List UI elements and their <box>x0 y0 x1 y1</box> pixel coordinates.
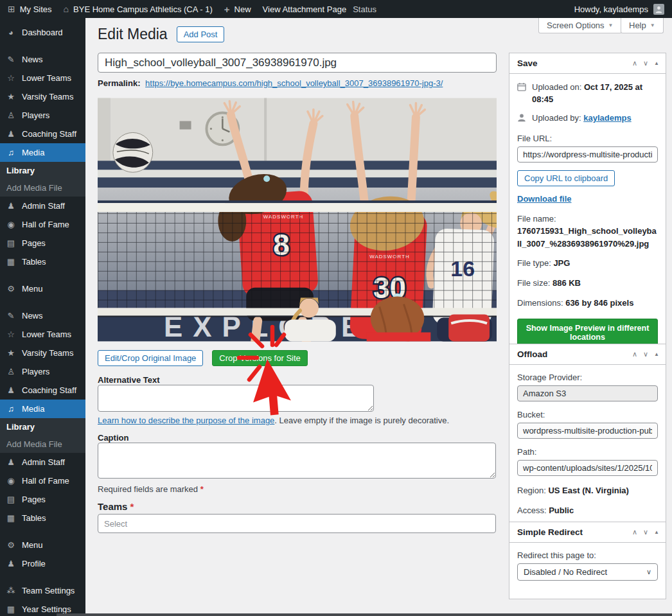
sidebar-item-menu-2[interactable]: ⚙ Menu <box>0 536 85 554</box>
simple-redirect-metabox-header[interactable]: Simple Redirect ∧ ∨ ▲ <box>509 522 666 543</box>
sidebar-item-profile[interactable]: ♟ Profile <box>0 554 85 573</box>
sidebar-item-team-settings[interactable]: ⁂ Team Settings <box>0 581 85 600</box>
copy-url-button[interactable]: Copy URL to clipboard <box>517 170 615 186</box>
sidebar-item-varsity-teams-2[interactable]: ★ Varsity Teams <box>0 344 85 362</box>
file-url-input[interactable] <box>517 146 658 163</box>
download-file-link[interactable]: Download file <box>517 194 572 204</box>
sidebar-item-news-2[interactable]: ✎ News <box>0 306 85 325</box>
move-down-icon[interactable]: ∨ <box>643 350 648 358</box>
sidebar-item-add-media-file[interactable]: Add Media File <box>0 179 85 197</box>
attachment-image-preview: EXPLORERS WADSWORTH 8 WADSWORTH 30 <box>98 98 497 342</box>
status-menu[interactable]: Status <box>353 4 376 14</box>
sidebar-item-label: News <box>22 311 43 321</box>
file-type-label: File type: <box>517 258 551 268</box>
dimensions-value: 636 by 846 pixels <box>565 298 633 308</box>
sidebar-item-label: Hall of Fame <box>22 476 69 486</box>
save-metabox-title: Save <box>517 58 632 68</box>
sidebar-item-pages[interactable]: ▤ Pages <box>0 234 85 252</box>
sidebar-item-coaching-staff-2[interactable]: ♟ Coaching Staff <box>0 381 85 400</box>
new-content-menu[interactable]: + New <box>224 4 251 14</box>
move-up-icon[interactable]: ∧ <box>632 528 637 536</box>
teams-select-input[interactable] <box>98 514 496 533</box>
sidebar-item-admin-staff[interactable]: ♟ Admin Staff <box>0 197 85 215</box>
sidebar-item-label: Varsity Teams <box>22 348 73 358</box>
crop-versions-button[interactable]: Crop Versions for Site <box>212 350 307 366</box>
sidebar-item-pages-2[interactable]: ▤ Pages <box>0 490 85 509</box>
admin-person-icon: ♟ <box>6 201 16 211</box>
move-down-icon[interactable]: ∨ <box>643 528 648 536</box>
sidebar-item-hall-of-fame-2[interactable]: ◉ Hall of Fame <box>0 471 85 490</box>
show-image-preview-button[interactable]: Show Image Preview in different location… <box>517 319 658 347</box>
sidebar-item-tables-2[interactable]: ▦ Tables <box>0 509 85 527</box>
sidebar-item-varsity-teams[interactable]: ★ Varsity Teams <box>0 87 85 106</box>
file-size-value: 886 KB <box>553 278 581 288</box>
howdy-label[interactable]: Howdy, kaylademps <box>574 4 648 14</box>
alt-help-link[interactable]: Learn how to describe the purpose of the… <box>98 416 274 425</box>
offload-metabox-header[interactable]: Offload ∧ ∨ ▲ <box>509 344 666 365</box>
sidebar-item-lower-teams-2[interactable]: ☆ Lower Teams <box>0 325 85 344</box>
sidebar-item-label: Library <box>6 422 35 432</box>
plus-icon: + <box>224 4 230 14</box>
sidebar-item-library-2[interactable]: Library <box>0 418 85 436</box>
collapse-toggle-icon[interactable]: ▲ <box>654 60 659 66</box>
path-input[interactable] <box>517 460 658 476</box>
permalink: Permalink: https://bye.homecampus.com/hi… <box>98 78 443 88</box>
collapse-toggle-icon[interactable]: ▲ <box>654 529 659 535</box>
sidebar-item-news[interactable]: ✎ News <box>0 50 85 69</box>
sidebar-item-media[interactable]: ♫ Media <box>0 143 85 162</box>
chevron-down-icon: ▼ <box>650 22 655 28</box>
add-post-button[interactable]: Add Post <box>177 26 225 42</box>
my-sites-menu[interactable]: ⊞ My Sites <box>8 4 52 14</box>
caption-input[interactable] <box>98 443 496 479</box>
sidebar-item-lower-teams[interactable]: ☆ Lower Teams <box>0 69 85 87</box>
file-name-label: File name: <box>517 214 556 224</box>
award-icon: ◉ <box>6 220 16 229</box>
sidebar-item-label: News <box>22 55 43 64</box>
home-icon: ⌂ <box>64 4 69 13</box>
page-title: Edit Media <box>98 26 168 44</box>
sidebar-item-add-media-file-2[interactable]: Add Media File <box>0 436 85 453</box>
bucket-input[interactable] <box>517 423 658 439</box>
uploaded-by-link[interactable]: kaylademps <box>583 113 631 123</box>
sidebar-item-label: Menu <box>22 540 43 550</box>
pin-icon: ✎ <box>6 311 16 321</box>
collapse-toggle-icon[interactable]: ▲ <box>654 351 659 357</box>
file-size-label: File size: <box>517 278 550 288</box>
move-up-icon[interactable]: ∧ <box>632 350 637 358</box>
sidebar-item <box>0 573 85 581</box>
pin-icon: ✎ <box>6 55 16 64</box>
move-up-icon[interactable]: ∧ <box>632 59 637 67</box>
sidebar-item-menu[interactable]: ⚙ Menu <box>0 279 85 298</box>
file-type-value: JPG <box>553 258 570 268</box>
move-down-icon[interactable]: ∨ <box>643 59 648 67</box>
my-sites-icon: ⊞ <box>8 4 15 13</box>
sidebar-item-players[interactable]: ♙ Players <box>0 106 85 125</box>
edit-crop-original-button[interactable]: Edit/Crop Original Image <box>98 350 203 366</box>
sidebar-item-media-2[interactable]: ♫ Media <box>0 400 85 418</box>
dimensions-label: Dimensions: <box>517 298 563 308</box>
alt-text-input[interactable] <box>98 385 374 412</box>
sidebar-item-library[interactable]: Library <box>0 162 85 179</box>
save-metabox-header[interactable]: Save ∧ ∨ ▲ <box>509 53 666 74</box>
sidebar-item-label: Add Media File <box>6 439 62 449</box>
redirect-select[interactable]: Disabled / No Redirect ∨ <box>517 563 658 581</box>
sidebar-item-hall-of-fame[interactable]: ◉ Hall of Fame <box>0 215 85 234</box>
media-icon: ♫ <box>6 148 16 157</box>
sidebar-item-admin-staff-2[interactable]: ♟ Admin Staff <box>0 453 85 471</box>
help-button[interactable]: Help ▼ <box>621 18 664 33</box>
screen-options-button[interactable]: Screen Options ▼ <box>538 18 622 33</box>
sidebar-item-dashboard[interactable]: ◕ Dashboard <box>0 23 85 42</box>
current-site-menu[interactable]: ⌂ BYE Home Campus Athletics (CA - 1) <box>64 4 213 14</box>
file-name-value: 1760715931_High_school_volleyball_3007_%… <box>517 225 658 250</box>
sidebar-item-tables[interactable]: ▦ Tables <box>0 252 85 271</box>
view-attachment-page-link[interactable]: View Attachment Page <box>263 4 347 14</box>
offload-metabox-title: Offload <box>517 349 632 359</box>
storage-provider-input[interactable] <box>517 385 658 401</box>
permalink-link[interactable]: https://bye.homecampus.com/high_school_v… <box>145 78 443 88</box>
status-label: Status <box>353 4 376 14</box>
sidebar-item-coaching-staff[interactable]: ♟ Coaching Staff <box>0 125 85 143</box>
tables-icon: ▦ <box>6 257 16 267</box>
attachment-title-input[interactable] <box>98 53 497 73</box>
user-avatar[interactable] <box>653 4 664 15</box>
sidebar-item-players-2[interactable]: ♙ Players <box>0 362 85 381</box>
